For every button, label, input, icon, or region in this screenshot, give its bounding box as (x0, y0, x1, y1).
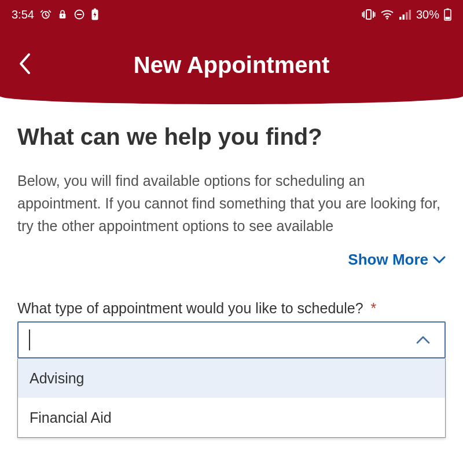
svg-rect-15 (446, 17, 450, 20)
battery-icon (444, 8, 451, 21)
required-asterisk: * (371, 300, 377, 316)
do-not-disturb-icon (74, 9, 85, 20)
vibrate-icon (362, 9, 376, 20)
svg-rect-10 (402, 14, 405, 20)
show-more-row: Show More (17, 251, 446, 269)
status-time: 3:54 (12, 8, 34, 21)
dropdown-option-label: Advising (30, 370, 84, 387)
text-cursor (29, 329, 30, 350)
wifi-icon (380, 9, 394, 20)
appointment-type-select[interactable]: Advising Financial Aid (17, 321, 446, 438)
signal-icon (399, 9, 411, 20)
svg-rect-12 (409, 10, 411, 20)
battery-percent: 30% (416, 8, 439, 21)
dropdown-option-financial-aid[interactable]: Financial Aid (18, 398, 445, 437)
show-more-label: Show More (348, 251, 428, 269)
page-description: Below, you will find available options f… (17, 170, 446, 237)
svg-rect-7 (366, 10, 371, 19)
back-button[interactable] (17, 52, 34, 75)
svg-rect-2 (62, 15, 63, 17)
appointment-type-label: What type of appointment would you like … (17, 300, 446, 317)
select-input-box[interactable] (17, 321, 446, 358)
page-header-title: New Appointment (12, 52, 451, 78)
appointment-type-label-text: What type of appointment would you like … (17, 300, 363, 316)
lock-icon (57, 9, 68, 20)
alarm-icon (40, 9, 52, 20)
svg-rect-11 (406, 12, 408, 20)
status-right-group: 30% (362, 8, 451, 21)
chevron-up-icon (416, 335, 431, 345)
battery-charging-icon (91, 8, 99, 21)
svg-rect-9 (399, 17, 402, 20)
main-content: What can we help you find? Below, you wi… (0, 104, 463, 438)
page-title: What can we help you find? (17, 124, 446, 150)
status-bar: 3:54 30% (0, 0, 463, 29)
chevron-down-icon (433, 256, 446, 264)
dropdown-panel: Advising Financial Aid (17, 358, 446, 438)
app-header: New Appointment (0, 29, 463, 104)
svg-rect-6 (94, 9, 96, 10)
svg-point-8 (386, 17, 388, 19)
dropdown-option-advising[interactable]: Advising (18, 358, 445, 398)
svg-rect-14 (447, 9, 449, 10)
show-more-link[interactable]: Show More (348, 251, 446, 269)
dropdown-option-label: Financial Aid (30, 409, 112, 426)
status-left-group: 3:54 (12, 8, 99, 21)
